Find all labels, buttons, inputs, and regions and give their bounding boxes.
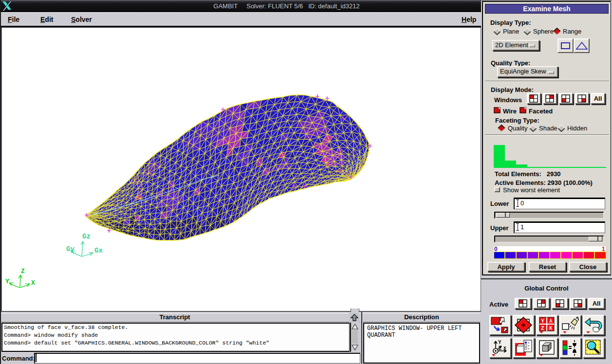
svg-text:Gx: Gx bbox=[94, 247, 103, 255]
svg-text:Z: Z bbox=[499, 346, 501, 351]
svg-text:Y: Y bbox=[541, 318, 545, 324]
svg-text:Y: Y bbox=[549, 318, 553, 324]
svg-text:Z: Z bbox=[21, 268, 25, 275]
svg-text:X: X bbox=[31, 279, 35, 287]
svg-text:Y: Y bbox=[498, 340, 501, 345]
svg-text:x: x bbox=[503, 345, 506, 350]
svg-text:x: x bbox=[528, 347, 530, 350]
svg-text:Y: Y bbox=[5, 278, 9, 285]
svg-text:X: X bbox=[549, 325, 553, 331]
svg-text:Gy: Gy bbox=[66, 245, 74, 253]
svg-text:Z: Z bbox=[541, 325, 544, 331]
svg-text:Gz: Gz bbox=[82, 233, 91, 240]
